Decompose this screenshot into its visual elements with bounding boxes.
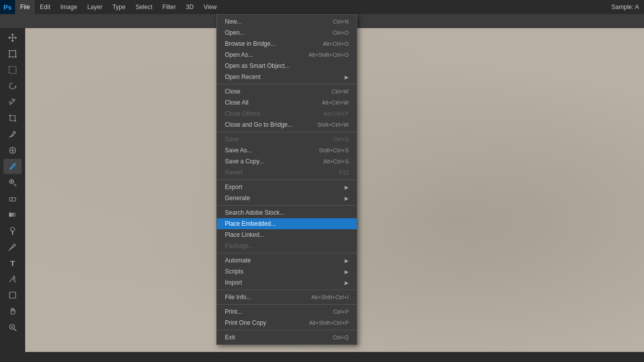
dropdown-overlay: New... Ctrl+N Open... Ctrl+O Browse in B… [0, 0, 644, 362]
menu-exit[interactable]: Exit Ctrl+Q [217, 332, 357, 343]
menu-scripts[interactable]: Scripts ▶ [217, 266, 357, 277]
divider-5 [217, 253, 357, 253]
menu-revert[interactable]: Revert F12 [217, 167, 357, 178]
menu-browse-bridge[interactable]: Browse in Bridge... Alt+Ctrl+O [217, 38, 357, 49]
menu-package[interactable]: Package... [217, 240, 357, 251]
divider-6 [217, 290, 357, 290]
menu-open-smart[interactable]: Open as Smart Object... [217, 60, 357, 71]
menu-close-all[interactable]: Close All Alt+Ctrl+W [217, 97, 357, 108]
menu-automate[interactable]: Automate ▶ [217, 255, 357, 266]
menu-save-copy[interactable]: Save a Copy... Alt+Ctrl+S [217, 156, 357, 167]
divider-7 [217, 304, 357, 305]
menu-file-info[interactable]: File Info... Alt+Shift+Ctrl+I [217, 292, 357, 303]
menu-open-recent[interactable]: Open Recent ▶ [217, 71, 357, 82]
divider-4 [217, 205, 357, 206]
divider-2 [217, 132, 357, 132]
menu-close[interactable]: Close Ctrl+W [217, 86, 357, 97]
menu-close-others[interactable]: Close Others Alt+Ctrl+P [217, 108, 357, 119]
menu-save-as[interactable]: Save As... Shift+Ctrl+S [217, 145, 357, 156]
menu-close-goto-bridge[interactable]: Close and Go to Bridge... Shift+Ctrl+W [217, 119, 357, 130]
menu-generate[interactable]: Generate ▶ [217, 193, 357, 204]
file-dropdown-menu: New... Ctrl+N Open... Ctrl+O Browse in B… [216, 14, 357, 345]
menu-save[interactable]: Save Ctrl+S [217, 134, 357, 145]
menu-open-as[interactable]: Open As... Alt+Shift+Ctrl+O [217, 49, 357, 60]
menu-search-stock[interactable]: Search Adobe Stock... [217, 207, 357, 218]
divider-3 [217, 179, 357, 180]
menu-new[interactable]: New... Ctrl+N [217, 16, 357, 27]
menu-place-linked[interactable]: Place Linked... [217, 229, 357, 240]
divider-8 [217, 330, 357, 330]
menu-place-embedded[interactable]: Place Embedded... [217, 218, 357, 229]
menu-open[interactable]: Open... Ctrl+O [217, 27, 357, 38]
menu-print-one[interactable]: Print One Copy Alt+Shift+Ctrl+P [217, 317, 357, 328]
menu-import[interactable]: Import ▶ [217, 277, 357, 288]
menu-print[interactable]: Print... Ctrl+P [217, 306, 357, 317]
menu-export[interactable]: Export ▶ [217, 182, 357, 193]
divider-1 [217, 84, 357, 84]
